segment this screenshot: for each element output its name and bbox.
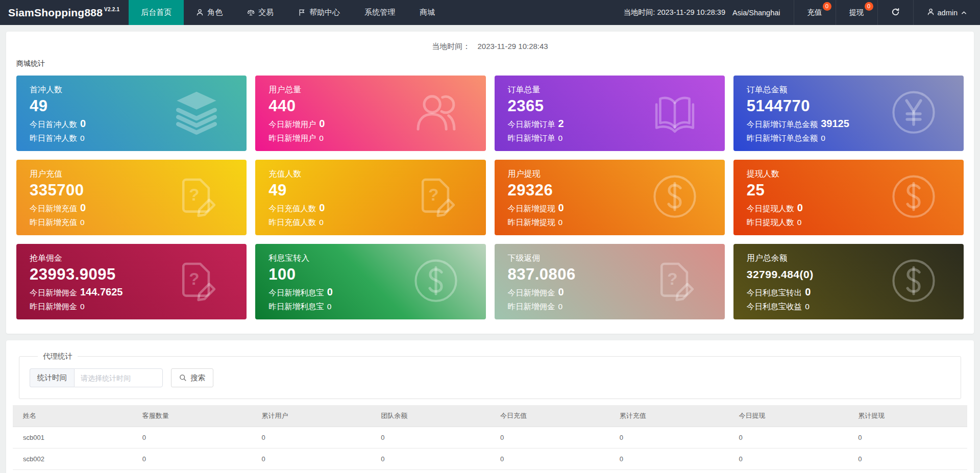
table-cell: 0 [490, 427, 609, 449]
stat-card: 提现人数 25 今日提现人数0 昨日提现人数0 [733, 160, 964, 235]
stats-grid: 首冲人数 49 今日首冲人数0 昨日首冲人数0 用户总量 440 今日新增用户0… [16, 76, 964, 319]
table-cell: 0 [609, 449, 729, 470]
stat-card-today-label: 今日首冲人数 [30, 120, 77, 129]
menu-item-mall[interactable]: 商城 [407, 0, 447, 25]
table-row: scb0010000000 [13, 427, 967, 449]
stat-card: 用户提现 29326 今日新增提现0 昨日新增提现0 [495, 160, 725, 235]
column-header: 姓名 [13, 405, 132, 427]
dollar-icon [890, 257, 937, 304]
stat-card-today-label: 今日新增利息宝 [268, 288, 324, 297]
table-cell: 0 [729, 449, 848, 470]
stat-card: 首冲人数 49 今日首冲人数0 昨日首冲人数0 [16, 76, 247, 151]
column-header: 累计充值 [609, 405, 729, 427]
table-cell: 0 [371, 470, 490, 473]
stat-card-today-label: 今日新增订单 [508, 120, 555, 129]
menu-item-system[interactable]: 系统管理 [352, 0, 407, 25]
stat-card-today-value: 39125 [821, 118, 849, 129]
stat-card-yesterday-value: 0 [80, 134, 85, 142]
stat-time-label: 统计时间 [30, 368, 74, 387]
stat-card: 订单总金额 5144770 今日新增订单总金额39125 昨日新增订单总金额0 [733, 76, 964, 151]
withdraw-label: 提现 [849, 8, 864, 17]
chevron-up-icon [961, 11, 967, 15]
table-row: scb0020000000 [13, 449, 967, 470]
menu-item-transactions[interactable]: 交易 [235, 0, 286, 25]
stat-card-yesterday-label: 昨日新增佣金 [508, 302, 555, 311]
dollar-icon [412, 257, 459, 304]
overview-panel: 当地时间： 2023-11-29 10:28:43 商城统计 首冲人数 49 今… [6, 32, 974, 334]
table-cell: scb001 [13, 427, 132, 449]
stat-card: 订单总量 2365 今日新增订单2 昨日新增订单0 [495, 76, 725, 151]
stat-card-today-label: 今日新增订单总金额 [747, 120, 818, 129]
stat-card-yesterday-value: 0 [327, 302, 332, 311]
table-cell: 0 [609, 470, 729, 473]
overview-time-value: 2023-11-29 10:28:43 [478, 42, 548, 51]
table-cell: 0 [848, 470, 967, 473]
agent-table: 姓名客服数量累计用户团队余额今日充值累计充值今日提现累计提现 scb001000… [13, 405, 967, 473]
navbar-timezone: Asia/Shanghai [732, 0, 794, 25]
column-header: 今日充值 [490, 405, 609, 427]
refresh-button[interactable] [877, 0, 913, 25]
stat-card-yesterday-label: 昨日新增利息宝 [268, 302, 324, 311]
stat-card-today-value: 2 [558, 118, 564, 129]
column-header: 今日提现 [729, 405, 848, 427]
column-header: 累计提现 [848, 405, 967, 427]
menu-item-label: 后台首页 [141, 8, 172, 17]
stat-card-today-value: 0 [327, 286, 333, 297]
stat-card: 用户充值 335700 今日新增充值0 昨日新增充值0 ? [16, 160, 247, 235]
recharge-button[interactable]: 充值 0 [794, 0, 836, 25]
edit-icon: ? [173, 257, 220, 304]
table-cell: 0 [132, 449, 252, 470]
column-header: 累计用户 [252, 405, 371, 427]
column-header: 客服数量 [132, 405, 252, 427]
search-button-label: 搜索 [190, 373, 205, 383]
stat-time-input[interactable] [74, 368, 163, 387]
svg-text:?: ? [667, 269, 677, 288]
stat-card-today-label: 今日新增充值 [30, 204, 77, 213]
stat-card-yesterday-label: 昨日提现人数 [747, 218, 794, 227]
search-button[interactable]: 搜索 [171, 368, 213, 387]
table-cell: 0 [252, 449, 371, 470]
main-menu: 后台首页 角色 交易 帮助中心 系统管理 [129, 0, 447, 25]
edit-icon: ? [412, 173, 459, 220]
svg-text:?: ? [428, 185, 438, 204]
table-cell: 0 [490, 449, 609, 470]
table-cell: 0 [729, 427, 848, 449]
menu-item-label: 帮助中心 [309, 8, 340, 17]
admin-menu[interactable]: admin [913, 0, 980, 25]
user-icon [196, 9, 204, 16]
stat-card-today-value: 0 [797, 202, 803, 213]
stat-card-yesterday-label: 昨日新增订单 [508, 134, 555, 142]
brand-logo: SiamShopping888V2.2.1 [0, 0, 129, 25]
menu-item-label: 系统管理 [364, 8, 395, 17]
table-cell: scb002 [13, 449, 132, 470]
table-cell: 0 [132, 427, 252, 449]
menu-item-help-center[interactable]: 帮助中心 [286, 0, 352, 25]
search-icon [179, 374, 187, 382]
stat-card-today-label: 今日利息宝转出 [747, 288, 802, 297]
stat-card-today-value: 0 [80, 118, 86, 129]
overview-local-time: 当地时间： 2023-11-29 10:28:43 [16, 41, 964, 52]
stat-card-yesterday-value: 0 [319, 134, 324, 142]
stat-card-today-label: 今日新增提现 [508, 204, 555, 213]
column-header: 团队余额 [371, 405, 490, 427]
table-cell: 0 [609, 427, 729, 449]
agent-stats-panel: 代理统计 统计时间 搜索 姓名客服数量累计用户团队余额今日充值累计充值今日提现累… [6, 340, 974, 473]
stat-card-yesterday-value: 0 [797, 218, 802, 227]
navbar-local-time: 当地时间: 2023-11-29 10:28:39 [623, 0, 732, 25]
page: SiamShopping888V2.2.1 后台首页 角色 交易 [0, 0, 980, 473]
agent-search-row: 统计时间 搜索 [30, 368, 950, 387]
brand-name: SiamShopping888 [8, 7, 103, 19]
menu-item-roles[interactable]: 角色 [184, 0, 235, 25]
stat-card-yesterday-label: 昨日新增提现 [508, 218, 555, 227]
stat-card-today-value: 144.7625 [80, 286, 122, 297]
stat-card-today-label: 今日新增佣金 [508, 288, 555, 297]
withdraw-button[interactable]: 提现 0 [836, 0, 877, 25]
brand-version: V2.2.1 [104, 7, 119, 12]
menu-item-dashboard[interactable]: 后台首页 [129, 0, 184, 25]
stat-card: 利息宝转入 100 今日新增利息宝0 昨日新增利息宝0 [255, 244, 485, 319]
edit-icon: ? [651, 257, 698, 304]
stat-card-today-value: 0 [558, 286, 564, 297]
svg-text:?: ? [189, 269, 200, 288]
table-cell: 0 [848, 449, 967, 470]
stat-card-today-value: 0 [558, 202, 564, 213]
